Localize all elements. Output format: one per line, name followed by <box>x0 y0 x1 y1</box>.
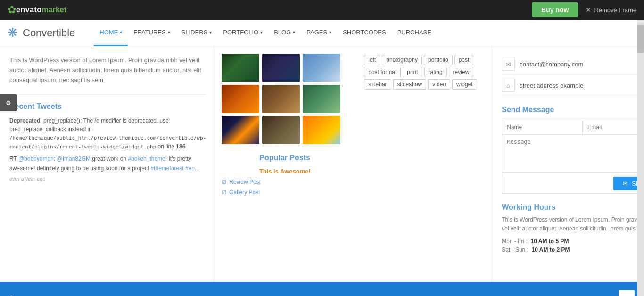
scrollbar[interactable] <box>637 20 644 296</box>
envato-logo: ✿ envato market <box>8 4 66 16</box>
nav-blog-chevron: ▾ <box>293 30 295 35</box>
main-wrapper: ❋ Convertible HOME ▾ FEATURES ▾ SLIDERS … <box>0 20 644 296</box>
sidebar-toggle[interactable]: ⚙ <box>0 94 17 111</box>
post-link-awesome[interactable]: This is Awesome! <box>259 168 311 175</box>
site-logo: ❋ Convertible <box>8 25 75 40</box>
check-icon-review: ☑ <box>222 179 226 185</box>
tweet-hashtag-themeforest[interactable]: #themeforest <box>151 165 184 172</box>
popular-posts-title: Popular Posts <box>222 154 348 162</box>
tag-post[interactable]: post <box>454 55 474 65</box>
name-input[interactable] <box>502 120 582 135</box>
nav-pages[interactable]: PAGES ▾ <box>301 20 337 46</box>
nav-purchase[interactable]: PURCHASE <box>392 20 437 46</box>
sat-sun-hours: Sat - Sun : 10 AM to 2 PM <box>502 247 644 253</box>
nav-home[interactable]: HOME ▾ <box>94 20 128 46</box>
market-text: market <box>42 6 66 14</box>
message-textarea[interactable] <box>502 135 644 173</box>
send-message-section: Send Message ✉ SEND <box>502 106 644 194</box>
nav-shortcodes-label: SHORTCODES <box>343 29 386 36</box>
photo-cell-2[interactable] <box>262 54 300 82</box>
post-link-gallery[interactable]: Gallery Post <box>229 189 260 196</box>
scroll-thumb[interactable] <box>637 25 644 53</box>
up-arrow-icon: ▲ <box>623 294 630 296</box>
tweet-error: Deprecated: preg_replace(): The /e modif… <box>9 116 206 151</box>
tweet-time: over a year ago <box>9 176 206 181</box>
photo-cell-3[interactable] <box>303 54 340 82</box>
logo-flower-icon: ❋ <box>8 25 18 40</box>
tag-slideshow[interactable]: slideshow <box>393 79 427 90</box>
send-btn-row: ✉ SEND <box>502 174 644 194</box>
photo-cell-1[interactable] <box>222 54 259 82</box>
buy-now-button[interactable]: Buy now <box>532 2 578 17</box>
tag-sidebar[interactable]: sidebar <box>364 79 391 90</box>
tag-review[interactable]: review <box>449 67 474 77</box>
intro-text: This is WordPress version of Lorem Ipsum… <box>9 56 206 85</box>
remove-frame-label: Remove Frame <box>594 7 636 14</box>
tag-rating[interactable]: rating <box>424 67 447 77</box>
nav-sliders-label: SLIDERS <box>182 29 208 36</box>
tag-video[interactable]: video <box>428 79 450 90</box>
send-icon: ✉ <box>623 180 628 187</box>
mon-fri-hours-value: 10 AM to 5 PM <box>531 238 569 245</box>
nav-portfolio-label: PORTFOLIO <box>223 29 258 36</box>
check-icon-gallery: ☑ <box>222 189 226 196</box>
tag-left[interactable]: left <box>364 55 380 65</box>
address-icon: ⌂ <box>502 79 515 92</box>
tags-column: leftphotographyportfoliopostpost formatp… <box>355 46 492 282</box>
nav-features-chevron: ▾ <box>168 30 170 35</box>
tweet-hashtag-bokeh[interactable]: #bokeh_theme! <box>128 156 167 162</box>
contact-email-item: ✉ contact@company.com <box>502 54 644 75</box>
working-hours-description: This is WordPress version of Lorem Ipsum… <box>502 215 644 233</box>
nav-shortcodes[interactable]: SHORTCODES <box>337 20 392 46</box>
site-nav: HOME ▾ FEATURES ▾ SLIDERS ▾ PORTFOLIO ▾ … <box>94 20 437 46</box>
photo-cell-7[interactable] <box>222 116 259 144</box>
tweet-link-2[interactable]: @Iman82GM <box>57 156 91 162</box>
nav-pages-label: PAGES <box>306 29 327 36</box>
envato-text: envato <box>16 6 42 14</box>
nav-features[interactable]: FEATURES ▾ <box>128 20 175 46</box>
nav-features-label: FEATURES <box>133 29 165 36</box>
nav-sliders[interactable]: SLIDERS ▾ <box>176 20 218 46</box>
tweet-link-1[interactable]: @bobbyomari <box>18 156 54 162</box>
tweet-hashtag-en[interactable]: #en... <box>185 165 199 172</box>
right-column: ✉ contact@company.com ⌂ street address e… <box>492 46 644 282</box>
tag-post-format[interactable]: post format <box>364 67 401 77</box>
email-input[interactable] <box>582 120 644 135</box>
tag-print[interactable]: print <box>403 67 422 77</box>
site-name: Convertible <box>23 27 75 39</box>
photo-grid <box>222 54 348 144</box>
photo-cell-8[interactable] <box>262 116 300 144</box>
left-column: This is WordPress version of Lorem Ipsum… <box>0 46 214 282</box>
gear-icon: ⚙ <box>6 99 11 107</box>
contact-email: contact@company.com <box>520 61 583 68</box>
mon-fri-label: Mon - Fri : <box>502 238 528 245</box>
nav-portfolio-chevron: ▾ <box>260 30 263 35</box>
nav-home-label: HOME <box>99 29 118 36</box>
photo-cell-4[interactable] <box>222 85 259 113</box>
middle-column: Popular Posts This is Awesome! ☑ Review … <box>214 46 355 282</box>
nav-sliders-chevron: ▾ <box>209 30 212 35</box>
nav-pages-chevron: ▾ <box>329 30 331 35</box>
contact-address-item: ⌂ street address example <box>502 75 644 96</box>
nav-portfolio[interactable]: PORTFOLIO ▾ <box>217 20 268 46</box>
tag-photography[interactable]: photography <box>382 55 422 65</box>
remove-frame-button[interactable]: ✕ Remove Frame <box>586 6 636 14</box>
back-to-top-button[interactable]: ▲ <box>619 290 635 296</box>
photo-cell-9[interactable] <box>303 116 340 144</box>
photo-cell-6[interactable] <box>303 85 340 113</box>
post-list: This is Awesome! ☑ Review Post ☑ Gallery… <box>222 166 348 197</box>
send-message-title: Send Message <box>502 106 644 114</box>
working-hours-title: Working Hours <box>502 203 644 212</box>
list-item-review: ☑ Review Post <box>222 177 348 187</box>
email-icon: ✉ <box>502 58 515 71</box>
top-bar: ✿ envato market Buy now ✕ Remove Frame <box>0 0 644 20</box>
photo-cell-5[interactable] <box>262 85 300 113</box>
sat-sun-hours-value: 10 AM to 2 PM <box>532 247 570 253</box>
nav-blog[interactable]: BLOG ▾ <box>268 20 301 46</box>
contact-address: street address example <box>520 82 583 89</box>
tag-portfolio[interactable]: portfolio <box>424 55 453 65</box>
post-link-review[interactable]: Review Post <box>229 179 261 185</box>
tag-widget[interactable]: widget <box>452 79 477 90</box>
mid-right-wrapper: leftphotographyportfoliopostpost formatp… <box>355 46 644 282</box>
list-item-awesome: This is Awesome! <box>222 166 348 177</box>
